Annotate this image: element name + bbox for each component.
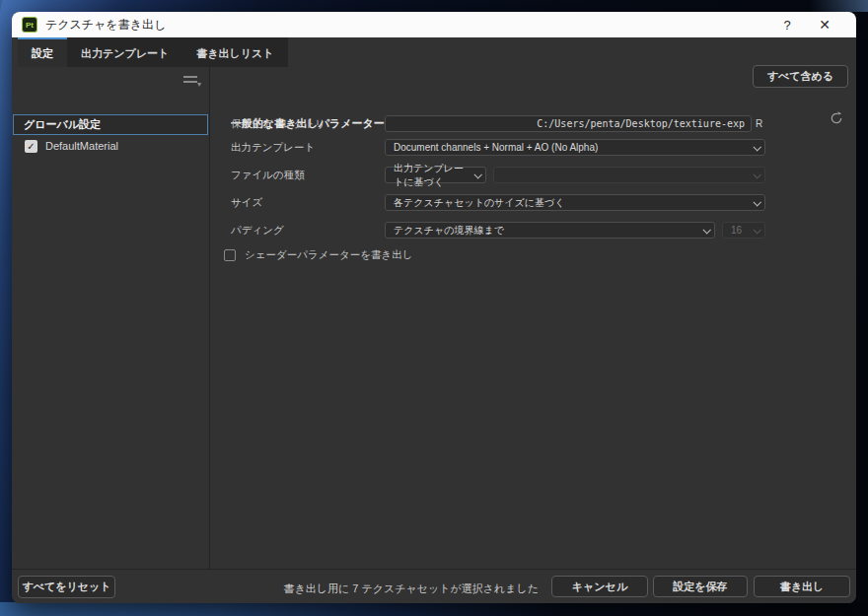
settings-panel: 一般的な書き出しパラメーター 保存先ディレクトリ R 出力テンプレート Docu…: [210, 67, 856, 569]
dialog-body: 設定 出力テンプレート 書き出しリスト すべて含める ▾ グローバル設定 ✓ D…: [12, 37, 856, 603]
tab-settings[interactable]: 設定: [18, 37, 67, 67]
sidebar-item-global-settings[interactable]: グローバル設定: [13, 114, 208, 135]
size-value: 各テクスチャセットのサイズに基づく: [394, 196, 565, 210]
shader-params-row[interactable]: シェーダーパラメーターを書き出し: [224, 248, 412, 262]
cancel-button[interactable]: キャンセル: [551, 576, 648, 597]
chevron-down-icon: [473, 171, 481, 178]
padding-value: テクスチャの境界線まで: [394, 224, 504, 238]
chevron-down-icon: [753, 226, 760, 234]
save-settings-button[interactable]: 設定を保存: [653, 576, 748, 597]
file-type-row: ファイルの種類 出力テンプレートに基づく: [210, 167, 856, 183]
padding-size-value: 16: [731, 225, 742, 236]
chevron-down-icon: [753, 171, 760, 178]
directory-row: 保存先ディレクトリ R: [210, 115, 856, 132]
file-type-value: 出力テンプレートに基づく: [394, 162, 466, 189]
window-title: テクスチャを書き出し: [45, 17, 166, 34]
output-template-value: Document channels + Normal + AO (No Alph…: [394, 142, 598, 153]
shader-params-checkbox[interactable]: [224, 249, 236, 261]
export-button[interactable]: 書き出し: [754, 576, 850, 597]
chevron-down-icon: [702, 226, 710, 234]
tab-bar: 設定 出力テンプレート 書き出しリスト: [12, 37, 856, 67]
output-template-label: 出力テンプレート: [231, 139, 315, 156]
selection-status-text: 書き出し用に 7 テクスチャセットが選択されました: [283, 582, 539, 596]
padding-select[interactable]: テクスチャの境界線まで: [385, 222, 715, 239]
material-label: DefaultMaterial: [45, 140, 118, 152]
file-type-select[interactable]: 出力テンプレートに基づく: [385, 167, 486, 183]
export-textures-dialog: Pt テクスチャを書き出し ? ✕ 設定 出力テンプレート 書き出しリスト すべ…: [12, 12, 856, 603]
texture-set-sidebar: ▾ グローバル設定 ✓ DefaultMaterial: [12, 67, 209, 569]
padding-label: パディング: [231, 222, 284, 239]
file-format-select-disabled: [493, 167, 765, 183]
title-bar: Pt テクスチャを書き出し ? ✕: [12, 12, 856, 37]
close-button[interactable]: ✕: [809, 13, 840, 36]
directory-suffix: R: [756, 115, 762, 132]
chevron-down-icon: [753, 198, 760, 206]
chevron-down-icon: [753, 143, 760, 151]
output-template-select[interactable]: Document channels + Normal + AO (No Alph…: [385, 139, 765, 156]
padding-size-select-disabled: 16: [722, 222, 765, 239]
size-select[interactable]: 各テクスチャセットのサイズに基づく: [385, 194, 765, 211]
help-button[interactable]: ?: [771, 13, 803, 36]
shader-params-label: シェーダーパラメーターを書き出し: [245, 248, 412, 262]
wallpaper-bottom-band: [0, 602, 868, 616]
reset-all-button[interactable]: すべてをリセット: [18, 576, 115, 598]
painter-app-icon: Pt: [22, 17, 37, 33]
size-row: サイズ 各テクスチャセットのサイズに基づく: [210, 194, 856, 211]
list-filter-icon[interactable]: ▾: [183, 75, 201, 87]
size-label: サイズ: [231, 194, 262, 211]
tab-output-templates[interactable]: 出力テンプレート: [67, 37, 182, 67]
padding-row: パディング テクスチャの境界線まで 16: [210, 222, 856, 239]
wallpaper-corner-glow: [809, 0, 868, 12]
tab-export-list[interactable]: 書き出しリスト: [182, 37, 287, 67]
file-type-label: ファイルの種類: [231, 167, 305, 183]
output-template-row: 出力テンプレート Document channels + Normal + AO…: [210, 139, 856, 156]
directory-input[interactable]: [385, 115, 752, 132]
sidebar-item-default-material[interactable]: ✓ DefaultMaterial: [13, 136, 208, 156]
directory-label: 保存先ディレクトリ: [231, 115, 326, 132]
material-checkbox-checked[interactable]: ✓: [25, 140, 37, 153]
footer-bar: すべてをリセット 書き出し用に 7 テクスチャセットが選択されました キャンセル…: [12, 569, 856, 603]
